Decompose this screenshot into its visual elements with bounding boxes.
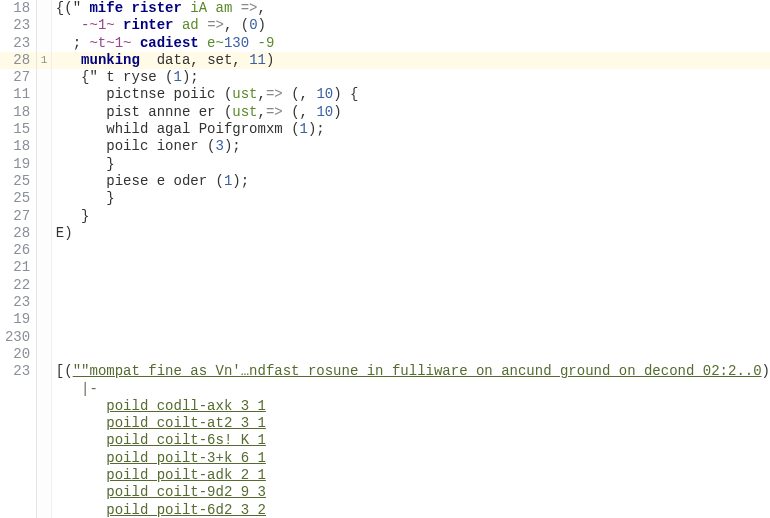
fold-indicator[interactable] [37,69,51,86]
fold-indicator[interactable] [37,432,51,449]
line-number: 18 [0,104,36,121]
fold-indicator[interactable] [37,450,51,467]
code-line[interactable]: whild agal Poifgromxm (1); [52,121,770,138]
code-line[interactable]: poild coilt-6s! K 1 [52,432,770,449]
line-number: 21 [0,259,36,276]
fold-indicator[interactable] [37,35,51,52]
line-number: 18 [0,138,36,155]
line-number: 28 [0,225,36,242]
line-number: 22 [0,277,36,294]
code-line[interactable] [52,311,770,328]
fold-indicator[interactable]: 1 [37,52,51,69]
code-line[interactable]: poilc ioner (3); [52,138,770,155]
line-number [0,450,36,467]
code-line[interactable]: poild coilt-9d2 9 3 [52,484,770,501]
code-line[interactable] [52,242,770,259]
code-line[interactable]: } [52,208,770,225]
code-line[interactable]: poild poilt-adk 2 1 [52,467,770,484]
fold-indicator[interactable] [37,259,51,276]
line-number [0,381,36,398]
fold-indicator[interactable] [37,17,51,34]
line-number: 27 [0,69,36,86]
line-number [0,432,36,449]
fold-indicator[interactable] [37,398,51,415]
line-number: 25 [0,190,36,207]
line-number: 23 [0,294,36,311]
line-number [0,415,36,432]
line-number: 18 [0,0,36,17]
line-number [0,467,36,484]
fold-indicator[interactable] [37,0,51,17]
code-line[interactable] [52,294,770,311]
code-line[interactable]: [(""mompat fine as Vn'…ndfast rosune in … [52,363,770,380]
code-line[interactable]: piese e oder (1); [52,173,770,190]
code-line[interactable] [52,346,770,363]
fold-indicator[interactable] [37,86,51,103]
code-line[interactable]: poild codll-axk 3 1 [52,398,770,415]
code-line[interactable] [52,329,770,346]
code-line[interactable]: {(" mife rister iA am =>, [52,0,770,17]
code-line[interactable]: pictnse poiic (ust,=> (, 10) { [52,86,770,103]
fold-indicator[interactable] [37,502,51,518]
fold-indicator[interactable] [37,294,51,311]
fold-indicator[interactable] [37,242,51,259]
fold-indicator[interactable] [37,156,51,173]
fold-indicator[interactable] [37,467,51,484]
line-number: 25 [0,173,36,190]
fold-indicator[interactable] [37,311,51,328]
line-number: 26 [0,242,36,259]
fold-indicator[interactable] [37,363,51,380]
line-number: 11 [0,86,36,103]
fold-indicator[interactable] [37,277,51,294]
fold-indicator[interactable] [37,190,51,207]
fold-indicator[interactable] [37,173,51,190]
line-number: 23 [0,35,36,52]
fold-indicator[interactable] [37,121,51,138]
code-line[interactable] [52,277,770,294]
code-line[interactable]: |- [52,381,770,398]
line-number: 23 [0,17,36,34]
fold-indicator[interactable] [37,346,51,363]
code-line[interactable]: -~1~ rinter ad =>, (0) [52,17,770,34]
code-line[interactable]: {" t ryse (1); [52,69,770,86]
code-line[interactable]: ; ~t~1~ cadiest e~130 -9 [52,35,770,52]
code-line[interactable] [52,259,770,276]
line-number: 28 [0,52,36,69]
fold-indicator[interactable] [37,138,51,155]
code-line[interactable]: poild poilt-6d2 3 2 [52,502,770,518]
code-area[interactable]: {(" mife rister iA am =>, -~1~ rinter ad… [52,0,770,518]
code-line[interactable]: munking data, set, 11) [52,52,770,69]
fold-gutter[interactable]: 1 [37,0,52,518]
line-number: 19 [0,311,36,328]
fold-indicator[interactable] [37,415,51,432]
line-number: 230 [0,329,36,346]
code-line[interactable]: poild poilt-3+k 6 1 [52,450,770,467]
line-number: 27 [0,208,36,225]
line-number: 20 [0,346,36,363]
line-number: 23 [0,363,36,380]
fold-indicator[interactable] [37,329,51,346]
line-number [0,502,36,518]
fold-indicator[interactable] [37,208,51,225]
code-line[interactable]: poild coilt-at2 3 1 [52,415,770,432]
code-line[interactable]: } [52,190,770,207]
line-number [0,484,36,501]
fold-indicator[interactable] [37,484,51,501]
fold-indicator[interactable] [37,104,51,121]
code-line[interactable]: pist annne er (ust,=> (, 10) [52,104,770,121]
line-number-gutter: 1823232827111815181925252728262122231923… [0,0,37,518]
fold-indicator[interactable] [37,225,51,242]
line-number: 19 [0,156,36,173]
code-editor[interactable]: 1823232827111815181925252728262122231923… [0,0,770,518]
code-line[interactable]: } [52,156,770,173]
fold-indicator[interactable] [37,381,51,398]
code-line[interactable]: E) [52,225,770,242]
line-number [0,398,36,415]
line-number: 15 [0,121,36,138]
